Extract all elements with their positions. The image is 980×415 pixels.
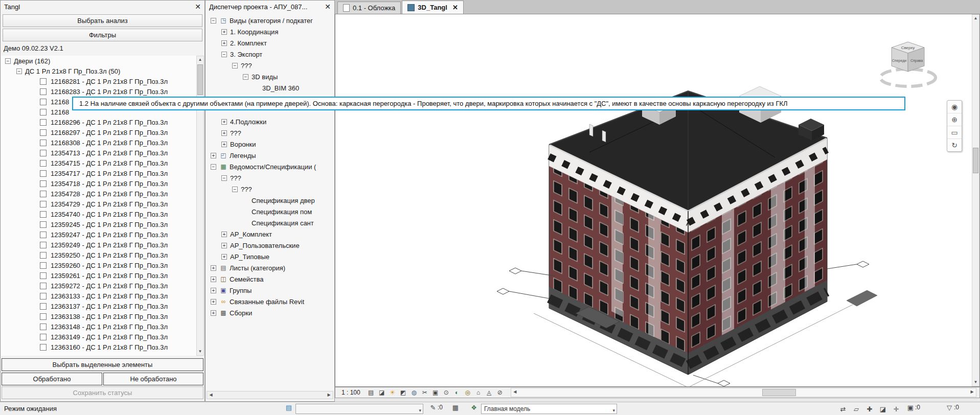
item-checkbox[interactable] [40, 211, 47, 218]
close-icon[interactable]: ✕ [195, 3, 201, 11]
select-analysis-button[interactable]: Выбрать анализ [3, 14, 202, 27]
tangl-list-item[interactable]: 12168281 - ДС 1 Рл 21х8 Г Пр_Поз.3л [1, 76, 196, 86]
tangl-list-item[interactable]: 12168297 - ДС 1 Рл 21х8 Г Пр_Поз.3л [1, 127, 196, 137]
item-checkbox[interactable] [40, 334, 47, 340]
item-checkbox[interactable] [40, 78, 47, 85]
viewcube[interactable]: Сверху Спереди Справа [876, 35, 943, 96]
constraints-icon[interactable]: ⊘ [495, 388, 505, 397]
scroll-up-icon[interactable]: ▲ [197, 56, 203, 63]
item-checkbox[interactable] [40, 272, 47, 279]
filter-icon[interactable]: ▽ [945, 404, 954, 411]
tree-node-door-type[interactable]: − ДС 1 Рл 21х8 Г Пр_Поз.3л (50) [1, 66, 196, 76]
tree-expander-icon[interactable]: + [211, 265, 216, 271]
tree-expander-icon[interactable]: − [221, 175, 227, 181]
item-checkbox[interactable] [40, 150, 47, 156]
scroll-down-icon[interactable]: ▼ [197, 348, 203, 355]
pan-icon[interactable]: ▭ [947, 126, 962, 139]
tangl-list-item[interactable]: 12363137 - ДС 1 Рл 21х8 Г Пр_Поз.3л [1, 301, 196, 311]
close-tab-icon[interactable]: ✕ [452, 4, 458, 11]
browser-tree-item[interactable]: +▩Сборки [207, 307, 333, 318]
item-checkbox[interactable] [40, 201, 47, 208]
scroll-thumb[interactable] [197, 64, 203, 95]
tree-expander-icon[interactable]: + [221, 142, 227, 147]
item-checkbox[interactable] [40, 109, 47, 116]
scroll-left-icon[interactable]: ◀ [207, 391, 215, 399]
temporary-view-properties-icon[interactable]: ⌂ [474, 388, 483, 397]
view-scale-button[interactable]: 1 : 100 [337, 389, 364, 396]
item-checkbox[interactable] [40, 119, 47, 126]
tangl-list-item[interactable]: 12354728 - ДС 1 Рл 21х8 Г Пр_Поз.3л [1, 189, 196, 199]
chevron-down-icon[interactable]: ▾ [419, 406, 421, 415]
crop-view-icon[interactable]: ✂ [420, 388, 429, 397]
steering-wheel-icon[interactable]: ◉ [947, 101, 962, 113]
scroll-thumb[interactable] [973, 148, 978, 173]
tree-expander-icon[interactable]: + [211, 276, 216, 282]
item-checkbox[interactable] [40, 170, 47, 177]
tree-expander-icon[interactable]: − [211, 164, 216, 170]
tree-expander-icon[interactable]: + [221, 40, 227, 46]
design-options-combobox[interactable]: Главная модель ▾ [481, 404, 617, 414]
item-checkbox[interactable] [40, 252, 47, 259]
select-links-icon[interactable]: ⇄ [838, 405, 848, 413]
tree-expander-icon[interactable]: + [211, 310, 216, 316]
item-checkbox[interactable] [40, 160, 47, 167]
browser-tree-item[interactable]: Спецификация двер [207, 195, 333, 206]
tangl-list-item[interactable]: 12168308 - ДС 1 Рл 21х8 Г Пр_Поз.3л [1, 137, 196, 148]
tab-3d-tangl[interactable]: 3D_Tangl ✕ [402, 1, 463, 14]
analytical-model-icon[interactable]: ◬ [485, 388, 494, 397]
item-checkbox[interactable] [40, 180, 47, 187]
select-by-face-icon[interactable]: ◪ [878, 405, 887, 413]
item-checkbox[interactable] [40, 129, 47, 136]
browser-tree-item[interactable]: +АР_Типовые [207, 251, 333, 262]
browser-tree-item[interactable]: +??? [207, 127, 333, 139]
scrollbar-vertical[interactable]: ▲ ▼ [972, 14, 979, 386]
tree-expander-icon[interactable]: + [221, 130, 227, 136]
crop-region-icon[interactable]: ▣ [431, 388, 440, 397]
browser-tree-item[interactable]: +Воронки [207, 139, 333, 150]
select-underlay-icon[interactable]: ▱ [852, 405, 861, 413]
item-checkbox[interactable] [40, 293, 47, 299]
browser-tree-item[interactable]: −??? [207, 172, 333, 183]
item-checkbox[interactable] [40, 324, 47, 330]
zoom-icon[interactable]: ⊕ [947, 113, 962, 126]
item-checkbox[interactable] [40, 283, 47, 289]
item-checkbox[interactable] [40, 221, 47, 228]
tree-node-doors[interactable]: − Двери (162) [1, 56, 196, 66]
tree-expander-icon[interactable]: + [211, 288, 216, 293]
browser-tree-item[interactable]: −◳Виды (категория / подкатег [207, 15, 333, 26]
tangl-list-item[interactable]: 12359249 - ДС 1 Рл 21х8 Г Пр_Поз.3л [1, 240, 196, 250]
browser-tree-item[interactable]: +2. Комплект [207, 37, 333, 49]
orbit-icon[interactable]: ↻ [947, 139, 962, 151]
browser-tree-item[interactable]: −??? [207, 183, 333, 195]
item-checkbox[interactable] [40, 242, 47, 248]
tangl-list-item[interactable]: 12354718 - ДС 1 Рл 21х8 Г Пр_Поз.3л [1, 178, 196, 189]
browser-tree-item[interactable]: +▣Группы [207, 285, 333, 296]
scrollbar-horizontal[interactable]: ◀ ▶ [511, 388, 976, 397]
tree-expander-icon[interactable]: − [232, 63, 238, 68]
processed-button[interactable]: Обработано [2, 373, 102, 385]
scroll-right-icon[interactable]: ▶ [968, 388, 976, 396]
tangl-list-item[interactable]: 12354717 - ДС 1 Рл 21х8 Г Пр_Поз.3л [1, 168, 196, 178]
tree-expander-icon[interactable]: − [232, 187, 238, 192]
browser-tree-item[interactable]: +∞Связанные файлы Revit [207, 296, 333, 307]
tree-expander-icon[interactable]: − [243, 74, 248, 80]
temporary-hide-isolate-icon[interactable]: ◐ [452, 388, 462, 397]
selection-badge-icon[interactable]: ▣ [906, 404, 915, 411]
tangl-list-item[interactable]: 12363160 - ДС 1 Рл 21х8 Г Пр_Поз.3л [1, 342, 196, 352]
item-checkbox[interactable] [40, 344, 47, 351]
shadows-icon[interactable]: ◩ [399, 388, 408, 397]
tree-expander-icon[interactable]: + [221, 243, 227, 248]
tangl-list-item[interactable]: 12359247 - ДС 1 Рл 21х8 Г Пр_Поз.3л [1, 229, 196, 240]
browser-tree-item[interactable]: −▦Ведомости/Спецификации ( [207, 161, 333, 172]
tangl-list-item[interactable]: 12359250 - ДС 1 Рл 21х8 Г Пр_Поз.3л [1, 250, 196, 260]
tree-expander-icon[interactable]: + [211, 299, 216, 305]
collapse-icon[interactable]: − [16, 68, 22, 74]
browser-tree-item[interactable]: Спецификация сант [207, 217, 333, 228]
tangl-list-item[interactable]: 12354740 - ДС 1 Рл 21х8 Г Пр_Поз.3л [1, 209, 196, 219]
item-checkbox[interactable] [40, 140, 47, 146]
viewcube-front-label[interactable]: Спереди [892, 59, 906, 63]
browser-tree-item[interactable]: +4.Подложки [207, 116, 333, 127]
close-icon[interactable]: ✕ [325, 3, 331, 11]
browser-tree-item[interactable]: +1. Координация [207, 26, 333, 37]
tangl-list-item[interactable]: 12359260 - ДС 1 Рл 21х8 Г Пр_Поз.3л [1, 260, 196, 270]
